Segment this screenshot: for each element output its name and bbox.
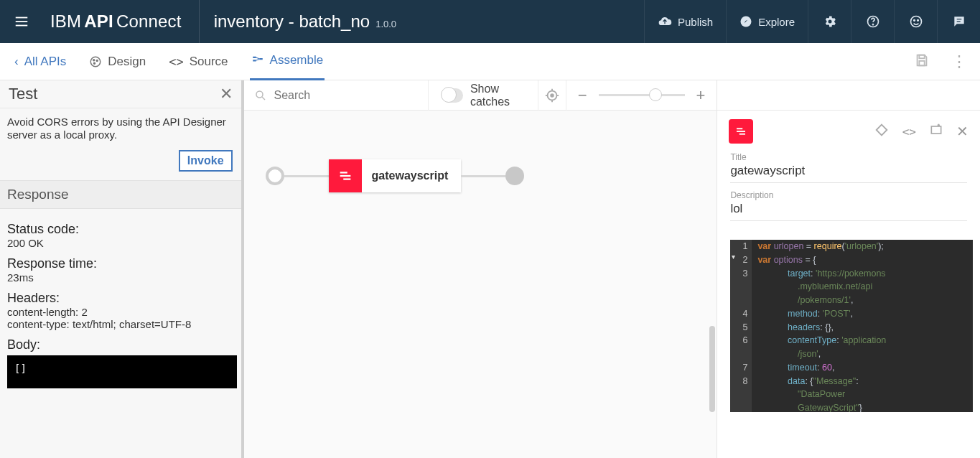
canvas-scrollbar[interactable] — [709, 111, 717, 458]
svg-point-8 — [917, 20, 918, 22]
properties-panel: <> ✕ Title Description 1var urlopen = re… — [717, 80, 980, 458]
gatewayscript-node[interactable]: gatewayscript — [329, 159, 462, 192]
all-apis-label: All APIs — [24, 55, 67, 69]
response-body: Status code: 200 OK Response time: 23ms … — [0, 209, 241, 403]
svg-point-11 — [91, 57, 101, 67]
svg-rect-17 — [259, 58, 263, 60]
palette-icon — [89, 55, 102, 68]
tab-source[interactable]: <> Source — [167, 43, 229, 80]
svg-point-7 — [913, 20, 915, 22]
compass-icon — [739, 15, 752, 28]
svg-rect-36 — [931, 126, 941, 134]
node-type-icon — [729, 119, 753, 144]
zoom-slider[interactable] — [599, 94, 685, 96]
headers-label: Headers: — [7, 291, 234, 306]
brand-prefix: IBM — [50, 11, 81, 32]
flow-end-node[interactable] — [505, 167, 524, 185]
assemble-label: Assemble — [270, 53, 324, 67]
svg-rect-20 — [919, 55, 924, 58]
tab-design[interactable]: Design — [88, 43, 147, 80]
api-version: 1.0.0 — [375, 19, 396, 29]
user-icon[interactable] — [894, 0, 937, 43]
settings-icon[interactable] — [808, 0, 851, 43]
svg-point-5 — [872, 24, 873, 25]
tab-assemble[interactable]: Assemble — [250, 43, 325, 80]
design-label: Design — [108, 55, 146, 69]
close-panel-icon[interactable]: ✕ — [956, 123, 969, 140]
search-input[interactable] — [274, 85, 418, 106]
tabbar: ‹ All APIs Design <> Source Assemble ⋮ — [0, 43, 980, 80]
svg-rect-15 — [253, 57, 256, 58]
locate-icon[interactable] — [538, 80, 566, 111]
response-time-value: 23ms — [7, 271, 234, 284]
code-view-icon[interactable]: <> — [902, 125, 916, 139]
top-actions: Publish Explore — [644, 0, 980, 43]
notifications-icon[interactable] — [937, 0, 980, 43]
svg-line-23 — [262, 97, 265, 100]
publish-label: Publish — [678, 16, 713, 28]
brand-logo: IBM API Connect — [43, 11, 199, 32]
menu-icon[interactable] — [0, 0, 43, 43]
save-icon[interactable] — [914, 52, 930, 71]
flow-canvas[interactable]: gatewayscript — [244, 111, 717, 458]
body-label: Body: — [7, 337, 234, 352]
top-navbar: IBM API Connect inventory - batch_no 1.0… — [0, 0, 980, 43]
gatewayscript-icon — [329, 159, 362, 192]
connector — [461, 175, 505, 177]
source-label: Source — [190, 55, 228, 69]
title-field-label: Title — [730, 152, 967, 162]
proxy-note: Avoid CORS errors by using the API Desig… — [0, 108, 241, 147]
show-catches-toggle[interactable]: Show catches — [428, 80, 538, 111]
svg-point-14 — [94, 62, 95, 64]
svg-point-22 — [256, 91, 263, 98]
flow-start-node[interactable] — [266, 167, 284, 185]
api-name: inventory - batch_no — [214, 11, 370, 32]
close-icon[interactable]: ✕ — [220, 85, 233, 103]
cloud-upload-icon — [658, 14, 672, 29]
brand-suffix: Connect — [116, 11, 182, 32]
description-input[interactable] — [730, 200, 967, 221]
body-value: [] — [7, 355, 237, 388]
svg-line-19 — [256, 60, 259, 61]
headers-value-1: content-length: 2 — [7, 306, 234, 318]
more-icon[interactable]: ⋮ — [951, 54, 967, 70]
code-editor[interactable]: 1var urlopen = require('urlopen'); 2▾var… — [730, 240, 973, 412]
back-all-apis[interactable]: ‹ All APIs — [13, 43, 67, 80]
assemble-icon — [251, 54, 264, 67]
chevron-left-icon: ‹ — [14, 55, 19, 69]
explore-label: Explore — [758, 16, 795, 28]
explore-button[interactable]: Explore — [726, 0, 808, 43]
svg-point-13 — [97, 60, 98, 61]
svg-rect-21 — [919, 60, 924, 65]
page-title: inventory - batch_no 1.0.0 — [200, 11, 411, 32]
expand-icon[interactable] — [929, 123, 943, 140]
zoom-in-button[interactable]: + — [696, 86, 706, 105]
description-field-label: Description — [730, 190, 967, 200]
test-title: Test — [9, 85, 37, 103]
brand-bold: API — [81, 11, 116, 32]
canvas-toolbar: Show catches − + — [244, 80, 717, 111]
status-code-label: Status code: — [7, 222, 234, 237]
response-header: Response — [0, 181, 241, 209]
show-catches-label: Show catches — [470, 83, 525, 108]
code-icon: <> — [169, 55, 183, 69]
svg-point-6 — [910, 17, 921, 27]
assemble-canvas-area: Show catches − + gatewayscript — [244, 80, 717, 458]
svg-rect-16 — [253, 60, 256, 61]
search-icon — [254, 89, 267, 102]
svg-line-18 — [256, 57, 259, 59]
svg-point-25 — [551, 94, 554, 97]
gatewayscript-label: gatewayscript — [362, 159, 462, 192]
invoke-button[interactable]: Invoke — [179, 150, 233, 172]
connector — [284, 175, 329, 177]
rotate-icon[interactable] — [874, 122, 890, 141]
response-time-label: Response time: — [7, 256, 234, 271]
test-panel: Test ✕ Avoid CORS errors by using the AP… — [0, 80, 244, 458]
title-input[interactable] — [730, 162, 967, 183]
status-code-value: 200 OK — [7, 237, 234, 249]
headers-value-2: content-type: text/html; charset=UTF-8 — [7, 318, 234, 330]
toggle-switch[interactable] — [442, 88, 463, 103]
publish-button[interactable]: Publish — [644, 0, 726, 43]
zoom-out-button[interactable]: − — [578, 86, 587, 105]
help-icon[interactable] — [851, 0, 894, 43]
